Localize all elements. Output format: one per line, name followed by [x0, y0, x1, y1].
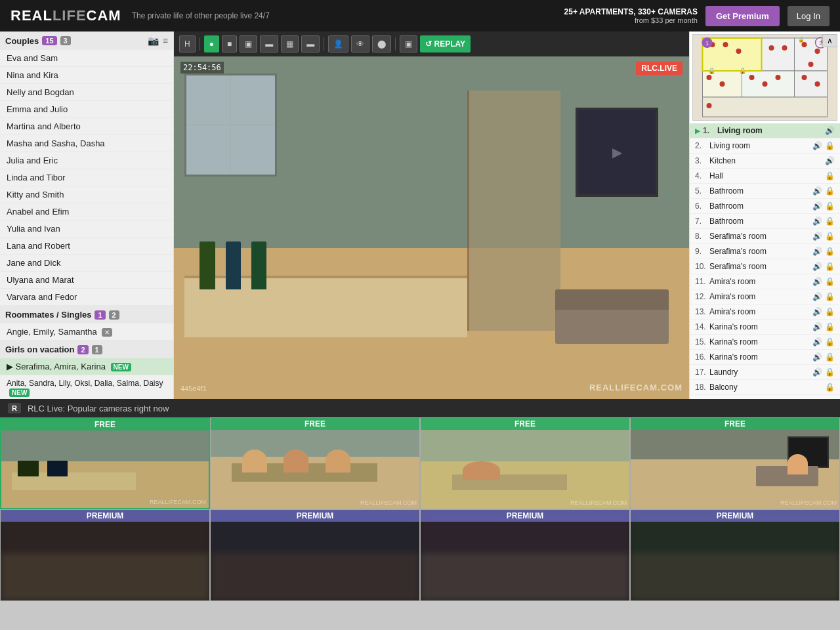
svg-point-24 [707, 103, 712, 108]
room-item-11[interactable]: 11. Amira's room 🔊 🔒 [690, 274, 840, 289]
toolbar-stop-button[interactable]: ■ [222, 35, 237, 52]
toolbar-person-button[interactable]: 👤 [328, 35, 348, 52]
header-right: 25+ APARTMENTS, 330+ CAMERAS from $33 pe… [564, 6, 830, 26]
camera-preview-p1 [1, 510, 209, 600]
room-list: ▶ 1. Living room 🔊 2. Living room 🔊 🔒 3.… [690, 123, 840, 399]
room-number: 5. [695, 186, 707, 196]
camera-cell-3[interactable]: FREE REALLIFECAM.COM [420, 417, 630, 509]
list-item[interactable]: Angie, Emily, Samantha ✕ [0, 324, 173, 341]
room-item-10[interactable]: 10. Serafima's room 🔊 🔒 [690, 259, 840, 274]
room-number: 12. [695, 292, 707, 301]
room-item-14[interactable]: 14. Karina's room 🔊 🔒 [690, 320, 840, 335]
list-item[interactable]: Masha and Sasha, Dasha [0, 135, 173, 152]
room-number: 9. [695, 247, 707, 256]
list-item[interactable]: Nina and Kira [0, 67, 173, 84]
camera-label-p3: PREMIUM [421, 510, 629, 522]
toolbar-home-button[interactable]: H [179, 35, 196, 52]
login-button[interactable]: Log In [788, 6, 830, 26]
toolbar-eye-button[interactable]: 👁 [351, 35, 369, 52]
camera-preview-p2 [211, 510, 419, 600]
camera-preview-2 [211, 418, 419, 509]
room-item-13[interactable]: 13. Amira's room 🔊 🔒 [690, 304, 840, 320]
list-item[interactable]: Varvara and Fedor [0, 289, 173, 306]
list-item[interactable]: Ulyana and Marat [0, 272, 173, 289]
list-item[interactable]: Yulia and Ivan [0, 220, 173, 238]
room-number: 17. [695, 368, 707, 377]
room-item-15[interactable]: 15. Karina's room 🔊 🔒 [690, 335, 840, 350]
room-number: 15. [695, 337, 707, 346]
camera-label-p4: PREMIUM [631, 510, 839, 522]
lock-icon: 🔒 [825, 232, 835, 241]
toolbar-camera-button[interactable]: ⬤ [372, 35, 391, 52]
room-number: 1. [703, 126, 715, 135]
list-item[interactable]: Martina and Alberto [0, 118, 173, 135]
camera-cell-p2[interactable]: PREMIUM [210, 509, 420, 601]
camera-cell-1[interactable]: FREE REALLIFECAM.COM [0, 417, 210, 509]
toolbar-layout1-button[interactable]: ▣ [240, 35, 257, 52]
room-item-2[interactable]: 2. Living room 🔊 🔒 [690, 138, 840, 154]
lock-icon: 🔒 [825, 141, 835, 150]
girls-vacation-section-header: Girls on vacation 2 1 [0, 341, 173, 358]
sound-icon: 🔊 [812, 277, 822, 286]
list-item[interactable]: Julia and Eric [0, 152, 173, 169]
floor-plan[interactable]: 1 3 🔒 🔒 🔒 ∧ [690, 32, 840, 123]
lock-icon: 🔒 [825, 201, 835, 211]
room-item-7[interactable]: 7. Bathroom 🔊 🔒 [690, 214, 840, 229]
room-item-6[interactable]: 6. Bathroom 🔊 🔒 [690, 199, 840, 214]
toolbar-layout4-button[interactable]: ▬ [301, 35, 320, 52]
logo[interactable]: REALLIFECAM [10, 7, 121, 24]
room-item-3[interactable]: 3. Kitchen 🔊 [690, 154, 840, 169]
room-item-1[interactable]: ▶ 1. Living room 🔊 [690, 123, 840, 138]
room-item-18[interactable]: 18. Balcony 🔒 [690, 380, 840, 395]
camera-cell-p3[interactable]: PREMIUM [420, 509, 630, 601]
list-item[interactable]: Kitty and Smith [0, 186, 173, 203]
bottom-section: R RLC Live: Popular cameras right now FR… [0, 399, 840, 601]
svg-point-23 [815, 81, 820, 87]
list-item[interactable]: Linda and Tibor [0, 169, 173, 186]
lock-icon: 🔒 [825, 247, 835, 256]
room-item-4[interactable]: 4. Hall 🔒 [690, 169, 840, 184]
collapse-floor-plan-button[interactable]: ∧ [822, 34, 837, 47]
camera-cell-p4[interactable]: PREMIUM [630, 509, 840, 601]
toolbar-settings-button[interactable]: ▣ [400, 35, 417, 52]
list-item[interactable]: Eva and Sam [0, 50, 173, 67]
list-item-anita[interactable]: Anita, Sandra, Lily, Oksi, Dalia, Salma,… [0, 375, 173, 399]
list-view-icon[interactable]: ≡ [163, 35, 168, 46]
toolbar-layout3-button[interactable]: ▦ [281, 35, 299, 52]
svg-point-21 [776, 75, 781, 80]
room-item-17[interactable]: 17. Laundry 🔊 🔒 [690, 365, 840, 380]
sound-icon: 🔊 [812, 352, 822, 362]
toolbar-layout2-button[interactable]: ▬ [260, 35, 278, 52]
roommates-label: Roommates / Singles [5, 310, 91, 320]
camera-online-icon[interactable]: 📷 [148, 35, 159, 46]
camera-cell-p1[interactable]: PREMIUM [0, 509, 210, 601]
camera-preview-p3 [421, 510, 629, 600]
get-premium-button[interactable]: Get Premium [705, 6, 780, 26]
separator [324, 37, 324, 51]
sidebar: Couples 15 3 📷 ≡ Eva and Sam Nina and Ki… [0, 32, 174, 399]
toolbar-replay-button[interactable]: ↺ REPLAY [420, 35, 471, 52]
room-name: Laundry [709, 368, 810, 377]
couples-list: Eva and Sam Nina and Kira Nelly and Bogd… [0, 50, 173, 306]
list-item[interactable]: Lana and Robert [0, 238, 173, 255]
room-item-5[interactable]: 5. Bathroom 🔊 🔒 [690, 184, 840, 199]
camera-cell-2[interactable]: FREE REALLIFECAM.COM [210, 417, 420, 509]
list-item[interactable]: Emma and Julio [0, 101, 173, 118]
list-item[interactable]: Anabel and Efim [0, 203, 173, 220]
room-item-12[interactable]: 12. Amira's room 🔊 🔒 [690, 289, 840, 304]
room-item-8[interactable]: 8. Serafima's room 🔊 🔒 [690, 229, 840, 244]
room-item-16[interactable]: 16. Karina's room 🔊 🔒 [690, 350, 840, 365]
camera-preview-3 [421, 418, 629, 509]
lock-icon: 🔒 [825, 322, 835, 331]
list-item[interactable]: Jane and Dick [0, 255, 173, 272]
girls-count-badge: 2 [77, 345, 88, 354]
lock-icon: 🔒 [825, 383, 835, 392]
camera-label-2: FREE [211, 418, 419, 430]
list-item[interactable]: Nelly and Bogdan [0, 84, 173, 101]
toolbar-record-button[interactable]: ● [204, 35, 219, 52]
svg-rect-6 [703, 97, 828, 117]
girls-vacation-label: Girls on vacation [5, 345, 74, 354]
list-item-serafima[interactable]: ▶ Serafima, Amira, Karina NEW [0, 358, 173, 375]
camera-cell-4[interactable]: FREE REALLIFECAM.COM [630, 417, 840, 509]
room-item-9[interactable]: 9. Serafima's room 🔊 🔒 [690, 244, 840, 259]
